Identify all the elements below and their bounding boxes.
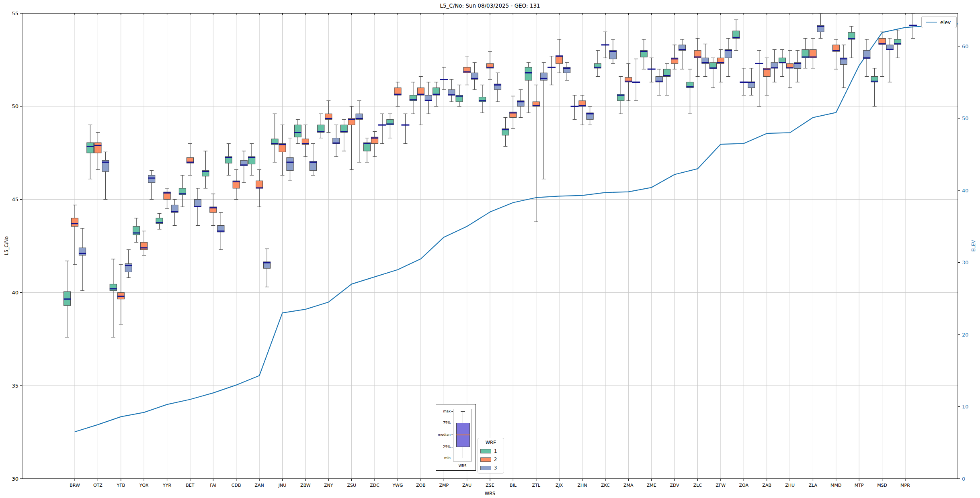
svg-text:30: 30 — [12, 476, 18, 482]
x-tick-BRW: BRW — [70, 483, 80, 488]
inset-label-median: median — [438, 433, 451, 437]
x-tick-ZAU: ZAU — [462, 483, 472, 488]
box — [525, 67, 532, 80]
inset-label-75: 75% — [443, 421, 451, 425]
box-series-3 — [79, 13, 917, 291]
x-tick-ZME: ZME — [647, 483, 656, 488]
box — [287, 157, 293, 170]
legend-item-1: 1 — [480, 448, 501, 454]
svg-text:40: 40 — [962, 188, 969, 194]
x-tick-BET: BET — [186, 483, 194, 488]
inset-xlabel: WRS — [453, 464, 472, 468]
elev-line-swatch-icon — [926, 22, 937, 22]
x-tick-ZBW: ZBW — [300, 483, 311, 488]
svg-text:55: 55 — [12, 10, 18, 16]
svg-text:45: 45 — [12, 196, 18, 202]
x-tick-ZSU: ZSU — [347, 483, 356, 488]
box — [110, 284, 117, 291]
x-tick-YQX: YQX — [139, 483, 149, 488]
inset-tick — [451, 411, 453, 412]
x-tick-CDB: CDB — [232, 483, 241, 488]
x-tick-ZHN: ZHN — [578, 483, 587, 488]
inset-tick — [451, 447, 453, 447]
x-tick-ZLC: ZLC — [693, 483, 702, 488]
x-tick-ZJX: ZJX — [556, 483, 563, 488]
inset-whisker-bottom — [463, 447, 463, 458]
box — [125, 264, 132, 272]
x-tick-ZTL: ZTL — [532, 483, 541, 488]
svg-text:10: 10 — [962, 404, 969, 410]
x-tick-ZMA: ZMA — [623, 483, 634, 488]
legend-item-label: 1 — [494, 448, 497, 454]
x-tick-MPR: MPR — [900, 483, 910, 488]
box — [79, 248, 86, 255]
legend-elev: elev — [921, 16, 957, 28]
x-tick-MTP: MTP — [855, 483, 864, 488]
left-axis: 303540455055 — [12, 10, 22, 482]
svg-text:0: 0 — [962, 476, 965, 482]
inset-tick — [451, 423, 453, 423]
x-tick-YFB: YFB — [116, 483, 125, 488]
legend-wre: WRE 123 — [478, 438, 504, 474]
elev-series — [75, 24, 958, 432]
legend-swatch-icon — [480, 457, 491, 462]
x-tick-ZAB: ZAB — [762, 483, 771, 488]
elev-line — [75, 24, 958, 432]
figure: 3035404550550102030405060BRWOTZYFBYQXYYR… — [0, 0, 980, 498]
x-tick-ZSE: ZSE — [486, 483, 494, 488]
x-tick-OTZ: OTZ — [93, 483, 103, 488]
legend-elev-label: elev — [940, 19, 951, 25]
svg-text:40: 40 — [12, 290, 18, 296]
box — [194, 200, 201, 207]
box — [148, 175, 155, 183]
inset-label-min: min — [444, 456, 451, 460]
x-tick-MMD: MMD — [830, 483, 841, 488]
inset-tick — [451, 435, 453, 435]
box — [133, 227, 140, 235]
inset-label-max: max — [443, 409, 451, 413]
chart-svg: 3035404550550102030405060BRWOTZYFBYQXYYR… — [0, 0, 980, 498]
x-tick-BIL: BIL — [510, 483, 517, 488]
x-tick-ZDC: ZDC — [370, 483, 379, 488]
inset-cap-bottom — [461, 458, 465, 458]
legend-swatch-icon — [480, 466, 491, 470]
svg-text:60: 60 — [962, 43, 969, 49]
x-tick-ZHU: ZHU — [785, 483, 795, 488]
box — [556, 56, 563, 63]
x-tick-MSD: MSD — [877, 483, 887, 488]
box — [294, 125, 301, 137]
x-tick-JNU: JNU — [278, 483, 287, 488]
box — [141, 242, 148, 250]
chart-title: L5_C/No: Sun 08/03/2025 - GEO: 131 — [0, 2, 980, 9]
box — [256, 181, 263, 188]
x-tick-ZMP: ZMP — [439, 483, 449, 488]
x-tick-ZLA: ZLA — [809, 483, 818, 488]
box — [87, 143, 94, 153]
right-axis: 0102030405060 — [958, 43, 969, 482]
x-tick-FAI: FAI — [210, 483, 216, 488]
legend-swatch-icon — [480, 449, 491, 453]
x-tick-ZNY: ZNY — [324, 483, 333, 488]
boxplot-explainer-inset: max 75% median 25% min WRS — [436, 404, 476, 471]
x-tick-ZKC: ZKC — [601, 483, 610, 488]
x-tick-ZFW: ZFW — [716, 483, 726, 488]
y-axis-label-left: L5_C/No — [4, 236, 9, 255]
svg-text:30: 30 — [962, 259, 969, 265]
legend-wre-items: 123 — [480, 448, 501, 471]
x-tick-ZOB: ZOB — [416, 483, 426, 488]
box-series-2 — [71, 32, 886, 324]
box — [863, 51, 870, 59]
legend-item-label: 2 — [494, 457, 497, 462]
box — [72, 218, 78, 227]
legend-item-2: 2 — [480, 457, 501, 462]
x-tick-ZOA: ZOA — [739, 483, 749, 488]
svg-text:50: 50 — [12, 103, 18, 109]
legend-wre-title: WRE — [480, 440, 501, 445]
svg-text:35: 35 — [12, 383, 18, 389]
x-tick-ZDV: ZDV — [670, 483, 679, 488]
inset-tick — [451, 458, 453, 458]
x-tick-ZAN: ZAN — [254, 483, 264, 488]
svg-text:50: 50 — [962, 115, 969, 121]
y-axis-label-right: ELEV — [971, 240, 976, 252]
inset-cap-top — [461, 411, 465, 412]
